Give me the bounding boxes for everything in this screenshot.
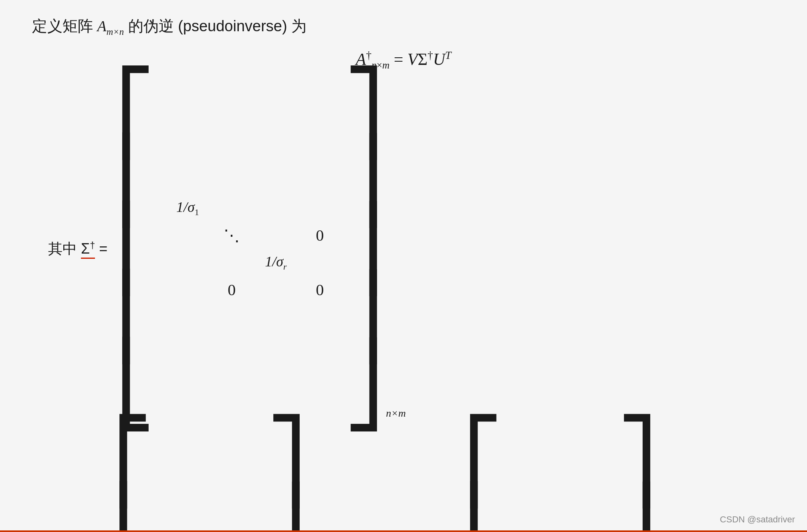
sigma-label: 其中 Σ† = — [48, 239, 107, 259]
page-title: 定义矩阵 Am×n 的伪逆 (pseudoinverse) 为 — [32, 16, 775, 37]
title-text: 定义矩阵 — [32, 18, 97, 34]
page: 定义矩阵 Am×n 的伪逆 (pseudoinverse) 为 A†n×m = … — [0, 0, 807, 532]
bottom-red-line — [0, 530, 807, 532]
sigma-matrix: ⎡⎢⎢⎢⎣ 1/σ1 ⋱ 0 1/σr 0 0 ⎤⎥⎥⎥⎦ n×m — [115, 79, 406, 419]
watermark: CSDN @satadriver — [720, 514, 795, 525]
two-col-equations: A†A = V ⎡⎢⎢⎢⎣ 1 ⋱ 0 1 0 — [32, 427, 775, 532]
main-equation: A†n×m = VΣ†UT — [32, 49, 775, 71]
title-text2: 的伪逆 (pseudoinverse) 为 — [124, 18, 307, 34]
